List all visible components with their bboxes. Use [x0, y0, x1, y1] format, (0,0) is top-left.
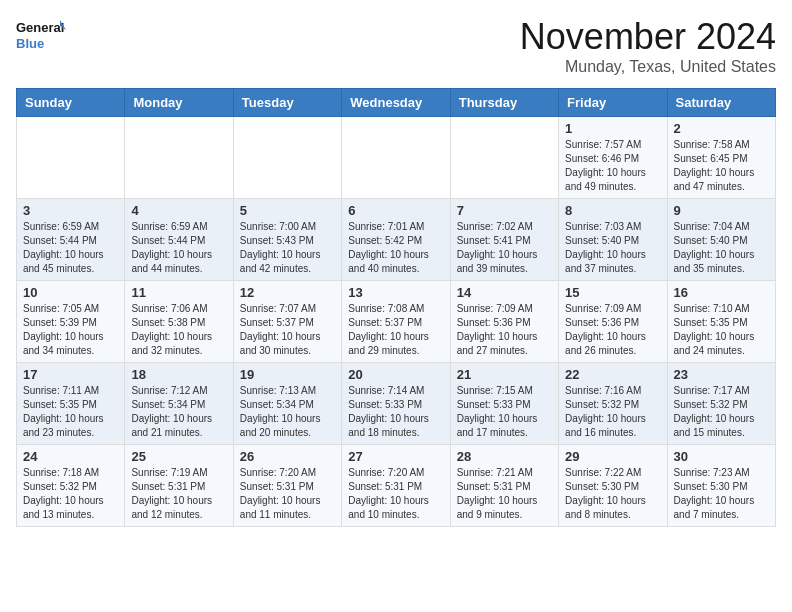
calendar-cell: 26Sunrise: 7:20 AM Sunset: 5:31 PM Dayli… — [233, 445, 341, 527]
day-info: Sunrise: 7:13 AM Sunset: 5:34 PM Dayligh… — [240, 384, 335, 440]
location: Munday, Texas, United States — [520, 58, 776, 76]
day-number: 25 — [131, 449, 226, 464]
weekday-header: Thursday — [450, 89, 558, 117]
calendar-cell: 19Sunrise: 7:13 AM Sunset: 5:34 PM Dayli… — [233, 363, 341, 445]
day-info: Sunrise: 7:05 AM Sunset: 5:39 PM Dayligh… — [23, 302, 118, 358]
weekday-header: Tuesday — [233, 89, 341, 117]
day-info: Sunrise: 7:08 AM Sunset: 5:37 PM Dayligh… — [348, 302, 443, 358]
weekday-header: Sunday — [17, 89, 125, 117]
day-info: Sunrise: 7:14 AM Sunset: 5:33 PM Dayligh… — [348, 384, 443, 440]
day-number: 24 — [23, 449, 118, 464]
calendar-cell — [125, 117, 233, 199]
calendar-cell: 29Sunrise: 7:22 AM Sunset: 5:30 PM Dayli… — [559, 445, 667, 527]
day-info: Sunrise: 6:59 AM Sunset: 5:44 PM Dayligh… — [23, 220, 118, 276]
calendar-week-row: 3Sunrise: 6:59 AM Sunset: 5:44 PM Daylig… — [17, 199, 776, 281]
day-number: 16 — [674, 285, 769, 300]
day-number: 17 — [23, 367, 118, 382]
day-info: Sunrise: 7:20 AM Sunset: 5:31 PM Dayligh… — [240, 466, 335, 522]
day-number: 27 — [348, 449, 443, 464]
calendar-cell: 18Sunrise: 7:12 AM Sunset: 5:34 PM Dayli… — [125, 363, 233, 445]
day-number: 21 — [457, 367, 552, 382]
day-info: Sunrise: 7:09 AM Sunset: 5:36 PM Dayligh… — [457, 302, 552, 358]
page-header: General Blue November 2024 Munday, Texas… — [16, 16, 776, 76]
calendar-cell: 22Sunrise: 7:16 AM Sunset: 5:32 PM Dayli… — [559, 363, 667, 445]
day-number: 28 — [457, 449, 552, 464]
day-info: Sunrise: 7:22 AM Sunset: 5:30 PM Dayligh… — [565, 466, 660, 522]
day-number: 13 — [348, 285, 443, 300]
day-info: Sunrise: 7:15 AM Sunset: 5:33 PM Dayligh… — [457, 384, 552, 440]
calendar-cell: 16Sunrise: 7:10 AM Sunset: 5:35 PM Dayli… — [667, 281, 775, 363]
day-info: Sunrise: 7:06 AM Sunset: 5:38 PM Dayligh… — [131, 302, 226, 358]
calendar-cell: 4Sunrise: 6:59 AM Sunset: 5:44 PM Daylig… — [125, 199, 233, 281]
day-number: 5 — [240, 203, 335, 218]
day-number: 6 — [348, 203, 443, 218]
weekday-header: Saturday — [667, 89, 775, 117]
calendar-cell: 17Sunrise: 7:11 AM Sunset: 5:35 PM Dayli… — [17, 363, 125, 445]
calendar-cell: 11Sunrise: 7:06 AM Sunset: 5:38 PM Dayli… — [125, 281, 233, 363]
day-number: 30 — [674, 449, 769, 464]
day-number: 18 — [131, 367, 226, 382]
day-info: Sunrise: 7:10 AM Sunset: 5:35 PM Dayligh… — [674, 302, 769, 358]
calendar-cell: 15Sunrise: 7:09 AM Sunset: 5:36 PM Dayli… — [559, 281, 667, 363]
day-number: 2 — [674, 121, 769, 136]
calendar-cell — [17, 117, 125, 199]
day-number: 11 — [131, 285, 226, 300]
day-info: Sunrise: 7:07 AM Sunset: 5:37 PM Dayligh… — [240, 302, 335, 358]
day-number: 12 — [240, 285, 335, 300]
month-title: November 2024 — [520, 16, 776, 58]
calendar-cell: 9Sunrise: 7:04 AM Sunset: 5:40 PM Daylig… — [667, 199, 775, 281]
weekday-header: Friday — [559, 89, 667, 117]
day-info: Sunrise: 7:19 AM Sunset: 5:31 PM Dayligh… — [131, 466, 226, 522]
day-number: 19 — [240, 367, 335, 382]
day-number: 20 — [348, 367, 443, 382]
day-info: Sunrise: 7:03 AM Sunset: 5:40 PM Dayligh… — [565, 220, 660, 276]
calendar-cell: 30Sunrise: 7:23 AM Sunset: 5:30 PM Dayli… — [667, 445, 775, 527]
calendar-cell: 12Sunrise: 7:07 AM Sunset: 5:37 PM Dayli… — [233, 281, 341, 363]
calendar-week-row: 10Sunrise: 7:05 AM Sunset: 5:39 PM Dayli… — [17, 281, 776, 363]
day-info: Sunrise: 7:17 AM Sunset: 5:32 PM Dayligh… — [674, 384, 769, 440]
calendar-cell — [233, 117, 341, 199]
day-number: 29 — [565, 449, 660, 464]
day-number: 22 — [565, 367, 660, 382]
calendar-cell: 27Sunrise: 7:20 AM Sunset: 5:31 PM Dayli… — [342, 445, 450, 527]
calendar-cell: 2Sunrise: 7:58 AM Sunset: 6:45 PM Daylig… — [667, 117, 775, 199]
calendar-cell: 7Sunrise: 7:02 AM Sunset: 5:41 PM Daylig… — [450, 199, 558, 281]
day-info: Sunrise: 6:59 AM Sunset: 5:44 PM Dayligh… — [131, 220, 226, 276]
svg-text:Blue: Blue — [16, 36, 44, 51]
day-info: Sunrise: 7:12 AM Sunset: 5:34 PM Dayligh… — [131, 384, 226, 440]
calendar-cell: 21Sunrise: 7:15 AM Sunset: 5:33 PM Dayli… — [450, 363, 558, 445]
day-info: Sunrise: 7:57 AM Sunset: 6:46 PM Dayligh… — [565, 138, 660, 194]
calendar-cell: 24Sunrise: 7:18 AM Sunset: 5:32 PM Dayli… — [17, 445, 125, 527]
calendar-week-row: 24Sunrise: 7:18 AM Sunset: 5:32 PM Dayli… — [17, 445, 776, 527]
calendar-cell: 8Sunrise: 7:03 AM Sunset: 5:40 PM Daylig… — [559, 199, 667, 281]
svg-text:General: General — [16, 20, 64, 35]
day-info: Sunrise: 7:23 AM Sunset: 5:30 PM Dayligh… — [674, 466, 769, 522]
day-info: Sunrise: 7:21 AM Sunset: 5:31 PM Dayligh… — [457, 466, 552, 522]
calendar-cell: 5Sunrise: 7:00 AM Sunset: 5:43 PM Daylig… — [233, 199, 341, 281]
day-number: 15 — [565, 285, 660, 300]
calendar-cell: 6Sunrise: 7:01 AM Sunset: 5:42 PM Daylig… — [342, 199, 450, 281]
calendar-cell: 28Sunrise: 7:21 AM Sunset: 5:31 PM Dayli… — [450, 445, 558, 527]
weekday-header: Monday — [125, 89, 233, 117]
day-info: Sunrise: 7:04 AM Sunset: 5:40 PM Dayligh… — [674, 220, 769, 276]
title-block: November 2024 Munday, Texas, United Stat… — [520, 16, 776, 76]
weekday-header-row: SundayMondayTuesdayWednesdayThursdayFrid… — [17, 89, 776, 117]
day-info: Sunrise: 7:09 AM Sunset: 5:36 PM Dayligh… — [565, 302, 660, 358]
calendar-table: SundayMondayTuesdayWednesdayThursdayFrid… — [16, 88, 776, 527]
logo-svg: General Blue — [16, 16, 66, 56]
calendar-cell: 25Sunrise: 7:19 AM Sunset: 5:31 PM Dayli… — [125, 445, 233, 527]
calendar-week-row: 17Sunrise: 7:11 AM Sunset: 5:35 PM Dayli… — [17, 363, 776, 445]
calendar-cell: 1Sunrise: 7:57 AM Sunset: 6:46 PM Daylig… — [559, 117, 667, 199]
calendar-cell — [450, 117, 558, 199]
day-number: 14 — [457, 285, 552, 300]
day-number: 26 — [240, 449, 335, 464]
calendar-cell: 14Sunrise: 7:09 AM Sunset: 5:36 PM Dayli… — [450, 281, 558, 363]
calendar-week-row: 1Sunrise: 7:57 AM Sunset: 6:46 PM Daylig… — [17, 117, 776, 199]
calendar-cell: 20Sunrise: 7:14 AM Sunset: 5:33 PM Dayli… — [342, 363, 450, 445]
day-info: Sunrise: 7:02 AM Sunset: 5:41 PM Dayligh… — [457, 220, 552, 276]
day-number: 9 — [674, 203, 769, 218]
logo: General Blue — [16, 16, 66, 56]
day-number: 10 — [23, 285, 118, 300]
day-info: Sunrise: 7:58 AM Sunset: 6:45 PM Dayligh… — [674, 138, 769, 194]
day-number: 23 — [674, 367, 769, 382]
